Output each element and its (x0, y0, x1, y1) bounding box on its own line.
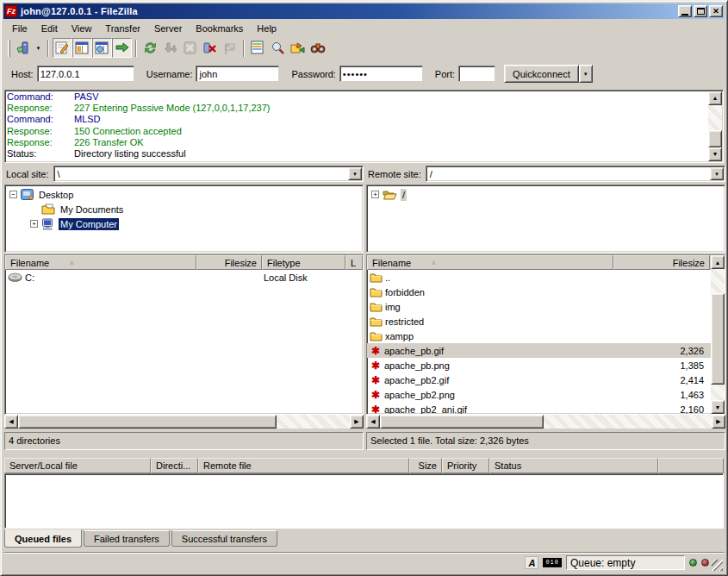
refresh-button[interactable] (140, 38, 160, 58)
file-size-cell (613, 314, 710, 329)
port-input[interactable] (458, 66, 495, 82)
queue-column-header-directi[interactable]: Directi... (151, 458, 198, 473)
column-header-filesize[interactable]: Filesize (196, 255, 262, 270)
toggle-transfer-queue-button[interactable] (112, 38, 132, 58)
menu-item-file[interactable]: File (5, 22, 34, 35)
scrollbar-thumb[interactable] (380, 415, 544, 429)
password-input[interactable] (339, 66, 423, 82)
column-header-l[interactable]: L (345, 255, 363, 270)
scroll-left-button[interactable]: ◀ (366, 415, 380, 429)
close-button[interactable]: ✕ (709, 5, 723, 17)
local-tree-item[interactable]: −Desktop (6, 187, 362, 202)
menu-item-server[interactable]: Server (147, 22, 189, 35)
tab-queued-files[interactable]: Queued files (4, 529, 82, 548)
host-input[interactable] (37, 66, 134, 82)
scroll-right-button[interactable]: ▶ (712, 415, 725, 429)
collapse-icon[interactable]: − (9, 191, 17, 198)
message-log-scrollbar[interactable]: ▲ ▼ (708, 91, 722, 161)
directory-comparison-button[interactable] (248, 38, 268, 58)
scroll-left-button[interactable]: ◀ (4, 415, 18, 429)
remote-file-row[interactable]: ✱apache_pb.png1,385 (367, 358, 725, 373)
menu-item-bookmarks[interactable]: Bookmarks (189, 22, 250, 35)
tab-successful-transfers[interactable]: Successful transfers (171, 530, 277, 547)
expand-icon[interactable]: + (30, 220, 38, 228)
column-header-filetype[interactable]: Filetype (262, 255, 345, 270)
column-header-filename[interactable]: Filename▲ (367, 255, 613, 270)
scrollbar-track[interactable] (544, 415, 712, 429)
local-site-bar: Local site: \ ▼ (4, 165, 364, 183)
toggle-message-log-button[interactable] (53, 38, 72, 58)
remote-file-row[interactable]: xampp (367, 329, 725, 343)
local-tree-item[interactable]: +My Computer (6, 216, 362, 231)
remote-file-row[interactable]: .. (367, 270, 725, 285)
remote-file-row[interactable]: ✱apache_pb2.gif2,414 (367, 373, 725, 387)
queue-column-header-priority[interactable]: Priority (442, 458, 489, 473)
transfer-type-indicator-icon[interactable]: A (525, 556, 538, 569)
local-horizontal-scrollbar[interactable]: ◀ ▶ (4, 415, 364, 429)
quickconnect-dropdown-button[interactable]: ▼ (579, 65, 593, 83)
remote-file-row[interactable]: restricted (367, 314, 725, 329)
scrollbar-track[interactable] (711, 269, 725, 293)
remote-tree-item[interactable]: +/ (368, 187, 724, 202)
remote-file-row[interactable]: forbidden (367, 285, 725, 299)
toggle-remote-tree-button[interactable] (92, 38, 112, 58)
remote-horizontal-scrollbar[interactable]: ◀ ▶ (366, 415, 725, 429)
toggle-local-tree-button[interactable] (72, 38, 92, 58)
scroll-up-button[interactable]: ▲ (711, 255, 725, 269)
indicator-badge-icon[interactable]: 010 (543, 558, 562, 567)
tree-item-label: My Computer (59, 218, 119, 230)
queue-column-header-size[interactable]: Size (409, 458, 442, 473)
site-manager-icon (16, 41, 31, 56)
menu-item-help[interactable]: Help (250, 22, 283, 35)
remote-file-row[interactable]: ✱apache_pb.gif2,326 (367, 343, 725, 358)
scroll-down-button[interactable]: ▼ (711, 400, 725, 414)
remote-file-row[interactable]: ✱apache_pb2.png1,463 (367, 387, 725, 402)
remote-file-row[interactable]: ✱apache_pb2_ani.gif2,160 (367, 402, 725, 415)
menu-item-view[interactable]: View (65, 22, 99, 35)
scrollbar-thumb[interactable] (18, 415, 277, 429)
scroll-right-button[interactable]: ▶ (350, 415, 364, 429)
local-tree-item[interactable]: My Documents (6, 202, 362, 216)
local-site-combo[interactable]: \ ▼ (53, 166, 364, 182)
menu-item-edit[interactable]: Edit (34, 22, 65, 35)
site-manager-button[interactable] (13, 38, 33, 58)
queue-column-header-server-local-file[interactable]: Server/Local file (4, 458, 151, 473)
expand-icon[interactable]: + (371, 191, 379, 198)
remote-site-dropdown-button[interactable]: ▼ (710, 167, 724, 180)
scrollbar-thumb[interactable] (711, 293, 725, 385)
process-queue-button[interactable] (160, 38, 180, 58)
image-file-icon: ✱ (370, 390, 382, 400)
resize-grip[interactable] (712, 560, 723, 571)
scrollbar-track[interactable] (711, 385, 725, 400)
disconnect-button[interactable] (200, 38, 220, 58)
tab-failed-transfers[interactable]: Failed transfers (84, 530, 170, 547)
filter-button[interactable] (268, 38, 288, 58)
synchronized-browsing-button[interactable] (288, 38, 308, 58)
cancel-operation-button[interactable] (180, 38, 200, 58)
file-size-cell: 1,463 (613, 387, 710, 402)
local-site-dropdown-button[interactable]: ▼ (348, 167, 362, 180)
find-files-button[interactable] (308, 38, 327, 58)
queue-list[interactable] (4, 473, 724, 529)
remote-file-row[interactable]: img (367, 299, 725, 314)
column-header-filename[interactable]: Filename▲ (5, 255, 196, 270)
username-input[interactable] (196, 66, 279, 82)
queue-column-header-status[interactable]: Status (489, 458, 658, 473)
scrollbar-track[interactable] (708, 105, 722, 130)
queue-column-header-remote-file[interactable]: Remote file (198, 458, 409, 473)
menu-item-transfer[interactable]: Transfer (98, 22, 147, 35)
minimize-button[interactable] (678, 5, 692, 17)
site-manager-dropdown-button[interactable]: ▼ (33, 39, 44, 57)
maximize-button[interactable] (694, 5, 707, 17)
abort-button[interactable] (220, 38, 240, 58)
remote-site-combo[interactable]: / ▼ (426, 166, 725, 182)
toolbar-grip[interactable] (8, 40, 10, 57)
scroll-up-button[interactable]: ▲ (708, 91, 722, 105)
column-header-filesize[interactable]: Filesize (613, 255, 710, 270)
scrollbar-thumb[interactable] (708, 130, 722, 147)
local-file-row[interactable]: C:Local Disk (5, 270, 363, 285)
remote-vertical-scrollbar[interactable]: ▲ ▼ (711, 255, 725, 414)
scroll-down-button[interactable]: ▼ (708, 147, 722, 161)
scrollbar-track[interactable] (277, 415, 350, 429)
quickconnect-button[interactable]: Quickconnect (504, 65, 579, 83)
